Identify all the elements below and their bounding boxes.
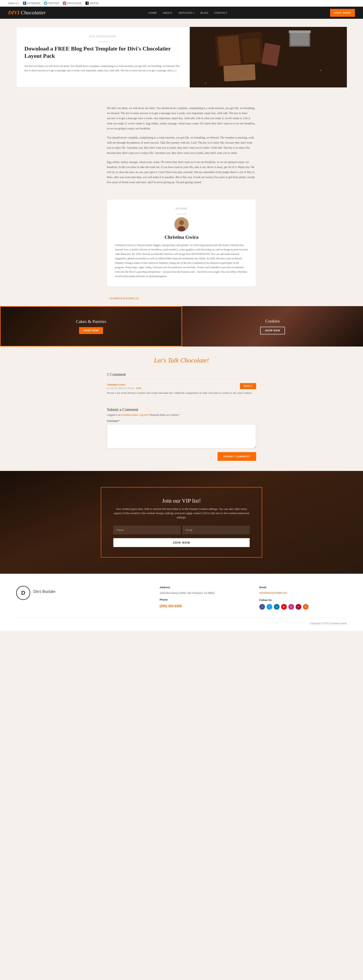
author-box: AUTHOR Christina Gwira Christina Gwira i… bbox=[91, 199, 272, 287]
footer-email-link[interactable]: hello@divichocolatier.com bbox=[259, 592, 287, 594]
footer-follow-title: Follow Us bbox=[259, 598, 347, 601]
footer-email-col: Email hello@divichocolatier.com Follow U… bbox=[259, 586, 347, 610]
reply-button[interactable]: REPLY bbox=[240, 383, 256, 389]
instagram-label: INSTAGRAM bbox=[67, 2, 81, 5]
logo-chocolatier: Chocolatier bbox=[19, 10, 46, 16]
article-paragraph-1: We don't see them, we will never see the… bbox=[107, 106, 256, 131]
visit-shop-button[interactable]: VISIT SHOP bbox=[330, 9, 355, 17]
blog-excerpt: We don't see them, we will never see the… bbox=[24, 64, 182, 73]
footer-logo-icon: D bbox=[16, 586, 30, 600]
article-paragraph-3: Egg whites, turkey sausage, wheat toast,… bbox=[107, 159, 256, 185]
chevron-down-icon: ▾ bbox=[193, 12, 194, 14]
lets-talk-heading: Let's Talk Chocolate! bbox=[107, 356, 256, 364]
vip-email-input[interactable] bbox=[182, 526, 250, 534]
tiktok-icon bbox=[86, 2, 89, 5]
tiktok-link[interactable]: TIKTOK bbox=[86, 2, 98, 5]
nav-services[interactable]: SERVICES ▾ bbox=[179, 11, 194, 14]
comments-section: Let's Talk Chocolate! 1 Comment REPLY Ch… bbox=[91, 347, 272, 471]
cookies-shop-now-button[interactable]: SHOP NOW bbox=[260, 327, 285, 334]
vip-title: Join our VIP list! bbox=[113, 498, 250, 504]
svg-rect-10 bbox=[241, 38, 262, 63]
footer-social-links: f t in ▶ ◎ P ⊕ bbox=[259, 604, 347, 610]
comment-text: I'm not a fan of the Hersey's Cookies an… bbox=[107, 391, 256, 395]
chocolate-image bbox=[190, 27, 347, 88]
join-now-button[interactable]: JOIN NOW bbox=[113, 538, 250, 547]
author-label: AUTHOR bbox=[115, 207, 248, 210]
vip-inner: Join our VIP list! Your content goes her… bbox=[101, 487, 262, 557]
footer-email-title: Email bbox=[259, 586, 347, 589]
product-card-cakes: Cakes & Pastries SHOP NOW bbox=[0, 306, 182, 347]
footer-bottom: Copyright © 2023 Company Name bbox=[16, 618, 347, 625]
main-nav: HOME ABOUT SERVICES ▾ BLOG CONTACT bbox=[149, 11, 227, 14]
instagram-link[interactable]: INSTAGRAM bbox=[63, 2, 81, 5]
vip-name-input[interactable] bbox=[113, 526, 181, 534]
twitter-icon bbox=[44, 2, 47, 5]
blog-hero-text: DIVI CHOCOLATIER Download a FREE Blog Po… bbox=[16, 27, 190, 88]
svg-point-21 bbox=[179, 220, 184, 225]
facebook-icon bbox=[23, 2, 26, 5]
footer-instagram-icon[interactable]: ◎ bbox=[288, 604, 294, 610]
footer-twitter-icon[interactable]: t bbox=[266, 604, 272, 610]
top-bar: Follow Us: FACEBOOK TWITTER INSTAGRAM TI… bbox=[0, 0, 363, 7]
footer-linkedin-icon[interactable]: in bbox=[274, 604, 279, 610]
footer-address-title: Address bbox=[160, 586, 247, 589]
svg-point-13 bbox=[205, 83, 206, 84]
back-link[interactable]: ← BUSINESS BUILDING 101 bbox=[107, 297, 139, 300]
logged-in-text: Logged in as Christina Gwira. Log out? R… bbox=[107, 414, 256, 417]
logged-in-label: Logged in as Christina Gwira. bbox=[107, 414, 138, 417]
logo-divi: DIVI bbox=[8, 10, 19, 16]
social-links: FACEBOOK TWITTER INSTAGRAM TIKTOK bbox=[23, 2, 98, 5]
facebook-link[interactable]: FACEBOOK bbox=[23, 2, 40, 5]
follow-label: Follow Us: bbox=[8, 2, 19, 5]
main-header: DIVI Chocolatier HOME ABOUT SERVICES ▾ B… bbox=[0, 7, 363, 19]
article-paragraph-2: You should never complain, complaining i… bbox=[107, 135, 256, 156]
nav-blog[interactable]: BLOG bbox=[200, 11, 208, 14]
author-name: Christina Gwira bbox=[115, 234, 248, 240]
svg-rect-6 bbox=[86, 2, 89, 5]
svg-rect-19 bbox=[291, 32, 309, 45]
copyright-text: Copyright © 2023 Company Name bbox=[310, 622, 347, 625]
product-card-cookies: Cookies SHOP NOW bbox=[182, 306, 363, 347]
submit-comment-section: Submit a Comment Logged in as Christina … bbox=[107, 407, 256, 461]
vip-text: Your content goes here. Edit or remove t… bbox=[113, 507, 250, 520]
footer-logo-section: D Divi Builder bbox=[16, 586, 147, 610]
blog-category-label: DIVI CHOCOLATIER bbox=[24, 35, 182, 38]
cakes-shop-now-button[interactable]: SHOP NOW bbox=[79, 327, 103, 334]
twitter-link[interactable]: TWITTER bbox=[44, 2, 59, 5]
required-text: Required fields are marked * bbox=[149, 414, 180, 417]
comment-count: 1 Comment bbox=[107, 372, 256, 379]
instagram-icon bbox=[63, 2, 66, 5]
submit-comment-title: Submit a Comment bbox=[107, 407, 256, 412]
nav-about[interactable]: ABOUT bbox=[163, 11, 173, 14]
footer-pinterest-icon[interactable]: P bbox=[296, 604, 301, 610]
author-avatar bbox=[174, 217, 189, 231]
footer-rss-icon[interactable]: ⊕ bbox=[303, 604, 309, 610]
comment-textarea[interactable] bbox=[107, 424, 256, 448]
comment-meta: on July 21, 2022 at 1:20 pm (Edit) bbox=[107, 387, 256, 389]
svg-point-16 bbox=[325, 75, 327, 76]
footer-phone: (255) 352-6258 bbox=[160, 604, 247, 609]
vip-form bbox=[113, 526, 250, 534]
footer-address: 1235 Divi Avenue #1000, San Francisco, C… bbox=[160, 591, 247, 595]
footer-brand-name: Divi Builder bbox=[33, 589, 55, 594]
tiktok-label: TIKTOK bbox=[90, 2, 98, 5]
cookies-title: Cookies bbox=[260, 318, 285, 324]
submit-comment-button[interactable]: SUBMIT COMMENT bbox=[217, 452, 256, 461]
article-body: We don't see them, we will never see the… bbox=[91, 95, 272, 199]
footer-youtube-icon[interactable]: ▶ bbox=[281, 604, 287, 610]
comment-date: on July 21, 2022 at 1:20 pm bbox=[107, 387, 134, 389]
nav-home[interactable]: HOME bbox=[149, 11, 157, 14]
footer-phone-title: Phone bbox=[160, 598, 247, 601]
comment-label: Comment * bbox=[107, 419, 256, 422]
log-out-link[interactable]: Log out? bbox=[139, 414, 149, 417]
nav-contact[interactable]: CONTACT bbox=[214, 11, 227, 14]
svg-point-15 bbox=[320, 70, 322, 71]
footer-address-col: Address 1235 Divi Avenue #1000, San Fran… bbox=[160, 586, 247, 610]
svg-rect-9 bbox=[217, 35, 241, 66]
comment-author: Christina Gwira bbox=[107, 383, 256, 386]
product-showcase: Cakes & Pastries SHOP NOW Cookies SHOP N… bbox=[0, 306, 363, 347]
logo[interactable]: DIVI Chocolatier bbox=[8, 10, 46, 16]
footer-facebook-icon[interactable]: f bbox=[259, 604, 265, 610]
comment-edit[interactable]: (Edit) bbox=[136, 387, 141, 389]
services-label: SERVICES bbox=[179, 11, 193, 14]
